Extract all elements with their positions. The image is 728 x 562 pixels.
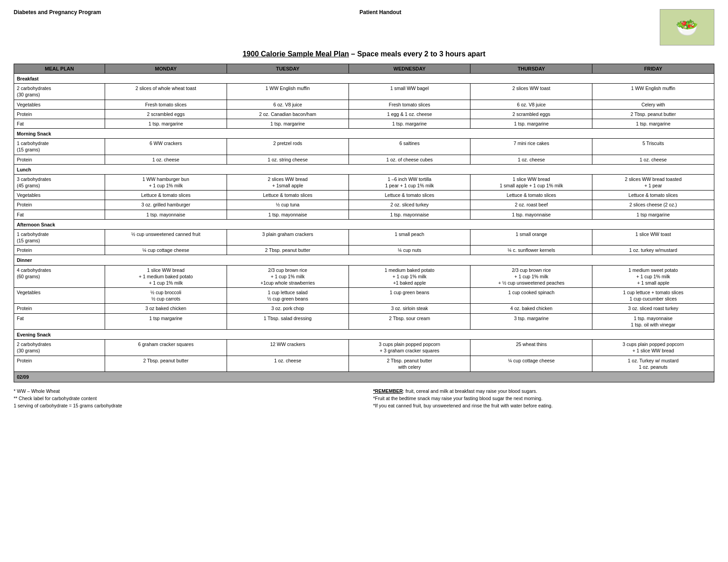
table-row: Protein¼ cup cottage cheese2 Tbsp. peanu…	[14, 246, 714, 255]
cell-thursday: 2 oz. roast beef	[470, 200, 592, 210]
cell-monday: Fresh tomato slices	[105, 100, 227, 109]
cell-wednesday: 1 tsp. mayonnaise	[349, 210, 470, 219]
row-label: Vegetables	[14, 288, 105, 304]
cell-wednesday: 1 cup green beans	[349, 288, 470, 304]
table-row: 2 carbohydrates(30 grams)2 slices of who…	[14, 84, 714, 100]
cell-wednesday: 1 small peach	[349, 229, 470, 245]
table-header-row: MEAL PLAN MONDAY TUESDAY WEDNESDAY THURS…	[14, 64, 714, 74]
row-label: 2 carbohydrates(30 grams)	[14, 84, 105, 100]
footnotes-section: * WW – Whole Wheat** Check label for car…	[14, 388, 714, 409]
cell-friday: 2 slices cheese (2 oz.)	[592, 200, 714, 210]
cell-wednesday: 1 egg & 1 oz. cheese	[349, 109, 470, 119]
table-row: Protein1 oz. cheese1 oz. string cheese1 …	[14, 155, 714, 164]
section-header-row: Morning Snack	[14, 129, 714, 139]
cell-thursday: 4 oz. baked chicken	[470, 304, 592, 313]
table-row: 4 carbohydrates(60 grams)1 slice WW brea…	[14, 265, 714, 288]
cell-wednesday: 6 saltines	[349, 139, 470, 155]
cell-wednesday: Fresh tomato slices	[349, 100, 470, 109]
cell-friday: 1 tsp margarine	[592, 210, 714, 219]
col-meal-plan: MEAL PLAN	[14, 64, 105, 74]
cell-friday: 1 oz. turkey w/mustard	[592, 246, 714, 255]
section-header-row: Breakfast	[14, 74, 714, 84]
section-header-row: Evening Snack	[14, 329, 714, 339]
cell-monday: 1 tsp. margarine	[105, 119, 227, 128]
cell-friday: 1 slice WW toast	[592, 229, 714, 245]
footnotes-left: * WW – Whole Wheat** Check label for car…	[14, 388, 355, 409]
cell-monday: ½ cup unsweetened canned fruit	[105, 229, 227, 245]
row-label: 4 carbohydrates(60 grams)	[14, 265, 105, 288]
meal-plan-table: MEAL PLAN MONDAY TUESDAY WEDNESDAY THURS…	[14, 64, 714, 382]
section-header-row: Afternoon Snack	[14, 219, 714, 229]
cell-tuesday: 1 Tbsp. salad dressing	[227, 313, 349, 329]
cell-monday: 6 WW crackers	[105, 139, 227, 155]
cell-tuesday: Lettuce & tomato slices	[227, 191, 349, 200]
row-label: 3 carbohydrates(45 grams)	[14, 174, 105, 190]
cell-monday: 1 tsp margarine	[105, 313, 227, 329]
table-row: 1 carbohydrate(15 grams)6 WW crackers2 p…	[14, 139, 714, 155]
col-monday: MONDAY	[105, 64, 227, 74]
cell-wednesday: 1 small WW bagel	[349, 84, 470, 100]
section-name: Morning Snack	[14, 129, 714, 139]
cell-friday: 3 cups plain popped popcorn+ 1 slice WW …	[592, 340, 714, 356]
cell-monday: 1 WW hamburger bun+ 1 cup 1% milk	[105, 174, 227, 190]
row-label: Protein	[14, 246, 105, 255]
cell-friday: 1 tsp. mayonnaise1 tsp. oil with vinegar	[592, 313, 714, 329]
cell-monday: ¼ cup cottage cheese	[105, 246, 227, 255]
document-type: Patient Handout	[101, 9, 660, 15]
footnote-left-item: * WW – Whole Wheat	[14, 388, 355, 395]
row-label: 1 carbohydrate(15 grams)	[14, 229, 105, 245]
row-label: Fat	[14, 313, 105, 329]
cell-monday: 2 slices of whole wheat toast	[105, 84, 227, 100]
cell-thursday: 1 oz. cheese	[470, 155, 592, 164]
cell-monday: Lettuce & tomato slices	[105, 191, 227, 200]
cell-tuesday: 12 WW crackers	[227, 340, 349, 356]
col-thursday: THURSDAY	[470, 64, 592, 74]
cell-tuesday: 2 slices WW bread+ 1small apple	[227, 174, 349, 190]
cell-tuesday: 1 tsp. margarine	[227, 119, 349, 128]
row-label: Protein	[14, 200, 105, 210]
cell-tuesday: 2 Tbsp. peanut butter	[227, 246, 349, 255]
row-label: 2 carbohydrates(30 grams)	[14, 340, 105, 356]
cell-wednesday: 1 medium baked potato+ 1 cup 1% milk+1 b…	[349, 265, 470, 288]
col-wednesday: WEDNESDAY	[349, 64, 470, 74]
cell-wednesday: 2 Tbsp. peanut butterwith celery	[349, 356, 470, 371]
cell-wednesday: 2 oz. sliced turkey	[349, 200, 470, 210]
cell-friday: 1 WW English muffin	[592, 84, 714, 100]
section-header-row: Lunch	[14, 164, 714, 174]
cell-thursday: Lettuce & tomato slices	[470, 191, 592, 200]
cell-tuesday: 1 oz. string cheese	[227, 155, 349, 164]
cell-friday: 1 tsp. margarine	[592, 119, 714, 128]
table-row: Fat1 tsp margarine1 Tbsp. salad dressing…	[14, 313, 714, 329]
cell-thursday: 1 tsp. margarine	[470, 119, 592, 128]
cell-tuesday: 1 cup lettuce salad½ cup green beans	[227, 288, 349, 304]
food-decoration-icon: 🥗	[676, 17, 698, 38]
section-name: Afternoon Snack	[14, 219, 714, 229]
cell-thursday: 1 tsp. mayonnaise	[470, 210, 592, 219]
cell-thursday: 1 slice WW bread1 small apple + 1 cup 1%…	[470, 174, 592, 190]
row-label: Protein	[14, 109, 105, 119]
footnote-left-item: ** Check label for carbohydrate content	[14, 395, 355, 402]
footnote-right-item: *If you eat canned fruit, buy unsweetene…	[373, 402, 714, 410]
footnote-right-item: *REMEMBER: fruit, cereal and milk at bre…	[373, 388, 714, 395]
table-row: Fat1 tsp. mayonnaise1 tsp. mayonnaise1 t…	[14, 210, 714, 219]
col-tuesday: TUESDAY	[227, 64, 349, 74]
cell-thursday: 6 oz. V8 juice	[470, 100, 592, 109]
row-label: 1 carbohydrate(15 grams)	[14, 139, 105, 155]
title-rest: – Space meals every 2 to 3 hours apart	[349, 50, 485, 58]
section-name: Breakfast	[14, 74, 714, 84]
cell-friday: Celery with	[592, 100, 714, 109]
footnote-right-item: *Fruit at the bedtime snack may raise yo…	[373, 395, 714, 402]
cell-tuesday: 3 plain graham crackers	[227, 229, 349, 245]
title-underlined: 1900 Calorie Sample Meal Plan	[243, 50, 349, 58]
cell-monday: 3 oz. grilled hamburger	[105, 200, 227, 210]
row-label: Protein	[14, 304, 105, 313]
cell-wednesday: Lettuce & tomato slices	[349, 191, 470, 200]
footer-row: 02/09	[14, 371, 714, 382]
cell-thursday: 2 scrambled eggs	[470, 109, 592, 119]
cell-monday: 1 tsp. mayonnaise	[105, 210, 227, 219]
cell-monday: 1 oz. cheese	[105, 155, 227, 164]
cell-wednesday: 3 oz. sirloin steak	[349, 304, 470, 313]
cell-wednesday: 1 tsp. margarine	[349, 119, 470, 128]
col-friday: FRIDAY	[592, 64, 714, 74]
table-row: Protein2 scrambled eggs2 oz. Canadian ba…	[14, 109, 714, 119]
